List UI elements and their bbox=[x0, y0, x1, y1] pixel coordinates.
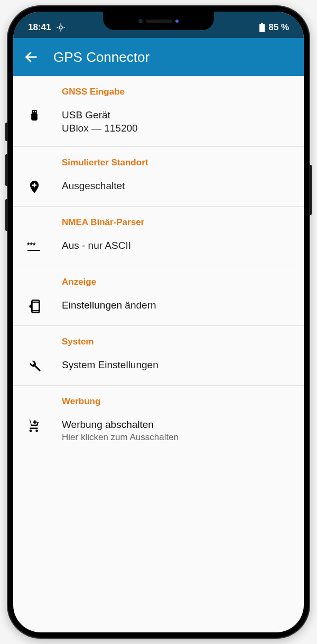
section-header-display: Anzeige bbox=[62, 277, 293, 287]
screen: 18:41 85 % bbox=[13, 12, 304, 632]
section-header-gnss: GNSS Eingabe bbox=[62, 87, 293, 97]
add-cart-icon bbox=[27, 418, 42, 433]
section-header-system: System bbox=[62, 337, 293, 347]
section-header-nmea: NMEA Binär-Parser bbox=[62, 217, 293, 228]
svg-rect-9 bbox=[33, 111, 34, 112]
page-title: GPS Connector bbox=[53, 49, 150, 66]
app-bar: GPS Connector bbox=[13, 38, 304, 76]
notch bbox=[103, 12, 214, 30]
mock-status: Ausgeschaltet bbox=[62, 180, 293, 193]
svg-point-0 bbox=[59, 26, 62, 29]
section-header-ads: Werbung bbox=[62, 396, 293, 407]
add-location-icon bbox=[27, 180, 42, 194]
battery-icon bbox=[259, 23, 265, 32]
section-mock-location[interactable]: Simulierter Standort Ausgeschaltet bbox=[13, 147, 304, 207]
svg-rect-12 bbox=[32, 185, 36, 186]
status-battery: 85 % bbox=[268, 22, 289, 33]
gnss-subtitle: UBlox — 115200 bbox=[62, 122, 293, 135]
section-gnss[interactable]: GNSS Eingabe USB Gerät UBlox — 115200 bbox=[13, 76, 304, 147]
section-header-mock: Simulierter Standort bbox=[62, 157, 293, 168]
ads-subtitle: Hier klicken zum Ausschalten bbox=[62, 432, 293, 443]
location-icon bbox=[56, 23, 66, 32]
svg-rect-8 bbox=[32, 110, 36, 114]
usb-plug-icon bbox=[27, 109, 42, 124]
section-ads[interactable]: Werbung Werbung abschalten Hier k bbox=[13, 386, 304, 455]
status-time: 18:41 bbox=[28, 22, 51, 33]
password-icon: *** bbox=[27, 239, 42, 254]
wrench-icon bbox=[27, 359, 42, 374]
svg-rect-5 bbox=[261, 23, 263, 24]
ads-title: Werbung abschalten bbox=[62, 418, 293, 432]
back-icon[interactable] bbox=[24, 50, 39, 64]
section-system[interactable]: System System Einstellungen bbox=[13, 326, 304, 386]
gnss-title: USB Gerät bbox=[62, 109, 293, 122]
section-nmea[interactable]: NMEA Binär-Parser *** Aus - nur ASCII bbox=[13, 207, 304, 266]
display-title: Einstellungen ändern bbox=[62, 299, 293, 312]
system-title: System Einstellungen bbox=[62, 359, 293, 372]
section-display[interactable]: Anzeige Einstellungen ändern bbox=[13, 266, 304, 326]
content: GNSS Eingabe USB Gerät UBlox — 115200 bbox=[13, 76, 304, 455]
svg-rect-10 bbox=[35, 111, 36, 112]
svg-rect-6 bbox=[259, 24, 265, 32]
phone-settings-icon bbox=[27, 299, 42, 314]
svg-rect-16 bbox=[32, 302, 39, 311]
phone-frame: 18:41 85 % bbox=[8, 6, 309, 638]
svg-text:***: *** bbox=[27, 241, 36, 249]
nmea-status: Aus - nur ASCII bbox=[62, 239, 293, 253]
